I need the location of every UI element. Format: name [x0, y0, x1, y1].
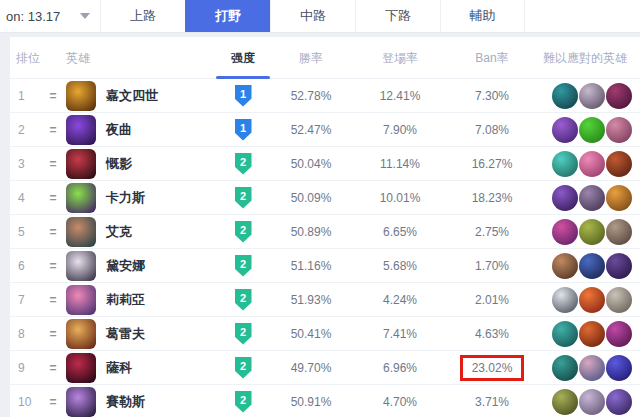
- counter-champion-icon[interactable]: [579, 151, 605, 177]
- banrate-value-highlighted: 23.02%: [460, 355, 525, 381]
- counter-champion-icon[interactable]: [606, 219, 632, 245]
- champion-name[interactable]: 莉莉亞: [106, 291, 210, 309]
- table-body: 1 = 嘉文四世 1 52.78% 12.41% 7.30% 2 = 夜曲 1 …: [10, 79, 640, 417]
- tab-bot-lane[interactable]: 下路: [355, 0, 440, 32]
- header-hero[interactable]: 英雄: [66, 50, 210, 67]
- counter-champion-icon[interactable]: [552, 151, 578, 177]
- version-selector[interactable]: on: 13.17: [0, 0, 90, 32]
- table-row[interactable]: 9 = 薩科 2 49.70% 6.96% 23.02%: [10, 351, 640, 385]
- winrate-value: 50.89%: [276, 225, 346, 239]
- counter-champion-icon[interactable]: [606, 253, 632, 279]
- table-row[interactable]: 8 = 葛雷夫 2 50.41% 7.41% 4.63%: [10, 317, 640, 351]
- table-header-row: 排位 英雄 强度 勝率 登場率 Ban率 難以應對的英雄: [10, 37, 640, 79]
- counter-icons: [530, 83, 640, 109]
- champion-name[interactable]: 夜曲: [106, 121, 210, 139]
- champion-name[interactable]: 黛安娜: [106, 257, 210, 275]
- champion-name[interactable]: 卡力斯: [106, 189, 210, 207]
- champion-avatar[interactable]: [66, 149, 96, 179]
- champion-avatar[interactable]: [66, 319, 96, 349]
- champion-avatar[interactable]: [66, 81, 96, 111]
- champion-name[interactable]: 葛雷夫: [106, 325, 210, 343]
- winrate-value: 50.91%: [276, 395, 346, 409]
- tier-badge: 2: [235, 255, 252, 277]
- pickrate-value: 11.14%: [346, 157, 454, 171]
- counter-champion-icon[interactable]: [552, 117, 578, 143]
- counter-champion-icon[interactable]: [552, 355, 578, 381]
- header-pickrate[interactable]: 登場率: [346, 50, 454, 67]
- banrate-value: 1.70%: [475, 259, 509, 273]
- winrate-value: 50.04%: [276, 157, 346, 171]
- counter-champion-icon[interactable]: [579, 219, 605, 245]
- header-banrate[interactable]: Ban率: [454, 50, 530, 67]
- champion-name[interactable]: 艾克: [106, 223, 210, 241]
- table-row[interactable]: 10 = 賽勒斯 2 50.91% 4.70% 3.71%: [10, 385, 640, 417]
- champion-avatar[interactable]: [66, 251, 96, 281]
- header-rank[interactable]: 排位: [10, 50, 66, 67]
- counter-champion-icon[interactable]: [552, 287, 578, 313]
- champion-avatar[interactable]: [66, 387, 96, 417]
- table-row[interactable]: 7 = 莉莉亞 2 51.93% 4.24% 2.01%: [10, 283, 640, 317]
- tab-top-lane[interactable]: 上路: [100, 0, 185, 32]
- tab-mid-lane[interactable]: 中路: [270, 0, 355, 32]
- champion-name[interactable]: 賽勒斯: [106, 393, 210, 411]
- tier-badge: 1: [235, 85, 252, 107]
- counter-champion-icon[interactable]: [579, 83, 605, 109]
- counter-champion-icon[interactable]: [606, 151, 632, 177]
- counter-champion-icon[interactable]: [606, 287, 632, 313]
- header-winrate[interactable]: 勝率: [276, 50, 346, 67]
- counter-champion-icon[interactable]: [552, 253, 578, 279]
- champion-name[interactable]: 薩科: [106, 359, 210, 377]
- rank-change-indicator: =: [40, 361, 66, 375]
- header-strength[interactable]: 强度: [210, 37, 276, 79]
- counter-champion-icon[interactable]: [552, 321, 578, 347]
- table-row[interactable]: 6 = 黛安娜 2 51.16% 5.68% 1.70%: [10, 249, 640, 283]
- rank-change-indicator: =: [40, 327, 66, 341]
- tier-badge: 2: [235, 153, 252, 175]
- counter-icons: [530, 117, 640, 143]
- rank-number: 4: [10, 191, 40, 205]
- counter-champion-icon[interactable]: [552, 219, 578, 245]
- table-row[interactable]: 5 = 艾克 2 50.89% 6.65% 2.75%: [10, 215, 640, 249]
- champion-name[interactable]: 慨影: [106, 155, 210, 173]
- counter-champion-icon[interactable]: [552, 389, 578, 415]
- counter-icons: [530, 287, 640, 313]
- counter-champion-icon[interactable]: [579, 117, 605, 143]
- header-strength-label: 强度: [231, 50, 255, 67]
- pickrate-value: 10.01%: [346, 191, 454, 205]
- champion-avatar[interactable]: [66, 183, 96, 213]
- rank-change-indicator: =: [40, 225, 66, 239]
- counter-champion-icon[interactable]: [579, 253, 605, 279]
- counter-champion-icon[interactable]: [606, 355, 632, 381]
- tab-jungle[interactable]: 打野: [185, 0, 270, 32]
- counter-champion-icon[interactable]: [579, 389, 605, 415]
- winrate-value: 51.93%: [276, 293, 346, 307]
- tab-support[interactable]: 輔助: [440, 0, 525, 32]
- counter-champion-icon[interactable]: [606, 117, 632, 143]
- table-row[interactable]: 2 = 夜曲 1 52.47% 7.90% 7.08%: [10, 113, 640, 147]
- counter-champion-icon[interactable]: [606, 185, 632, 211]
- table-row[interactable]: 3 = 慨影 2 50.04% 11.14% 16.27%: [10, 147, 640, 181]
- table-row[interactable]: 4 = 卡力斯 2 50.09% 10.01% 18.23%: [10, 181, 640, 215]
- champion-avatar[interactable]: [66, 285, 96, 315]
- counter-champion-icon[interactable]: [579, 287, 605, 313]
- counter-champion-icon[interactable]: [552, 185, 578, 211]
- champion-name[interactable]: 嘉文四世: [106, 87, 210, 105]
- champion-avatar[interactable]: [66, 115, 96, 145]
- rank-change-indicator: =: [40, 157, 66, 171]
- counter-champion-icon[interactable]: [606, 389, 632, 415]
- champion-avatar[interactable]: [66, 217, 96, 247]
- rank-change-indicator: =: [40, 293, 66, 307]
- counter-champion-icon[interactable]: [579, 355, 605, 381]
- table-row[interactable]: 1 = 嘉文四世 1 52.78% 12.41% 7.30%: [10, 79, 640, 113]
- rank-change-indicator: =: [40, 191, 66, 205]
- counter-champion-icon[interactable]: [552, 83, 578, 109]
- counter-icons: [530, 151, 640, 177]
- winrate-value: 52.78%: [276, 89, 346, 103]
- lane-tabs: 上路 打野 中路 下路 輔助: [100, 0, 525, 32]
- counter-champion-icon[interactable]: [579, 321, 605, 347]
- champion-avatar[interactable]: [66, 353, 96, 383]
- counter-champion-icon[interactable]: [606, 83, 632, 109]
- counter-champion-icon[interactable]: [606, 321, 632, 347]
- counter-champion-icon[interactable]: [579, 185, 605, 211]
- rank-number: 8: [10, 327, 40, 341]
